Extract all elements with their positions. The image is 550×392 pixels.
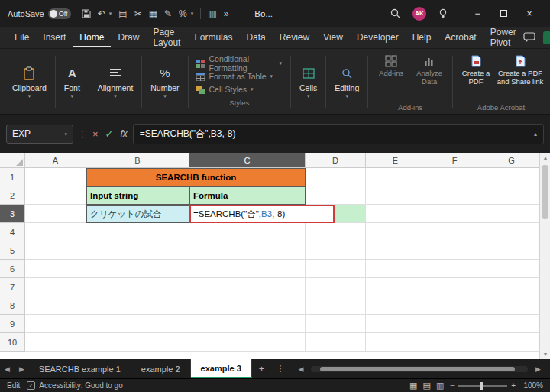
hscroll-left-icon[interactable]: ◀ xyxy=(293,365,308,373)
cell[interactable] xyxy=(189,296,306,315)
addins-button[interactable]: Add-ins xyxy=(374,53,409,78)
tab-draw[interactable]: Draw xyxy=(111,28,146,47)
row-header-5[interactable]: 5 xyxy=(0,241,25,260)
cell[interactable] xyxy=(484,205,539,223)
cell[interactable] xyxy=(425,205,484,223)
row-header-4[interactable]: 4 xyxy=(0,223,25,241)
cell[interactable] xyxy=(306,278,366,296)
enter-entry-button[interactable]: ✓ xyxy=(105,128,114,140)
autosave-toggle[interactable]: Off xyxy=(48,8,71,19)
tab-home[interactable]: Home xyxy=(73,28,111,47)
cell[interactable] xyxy=(189,278,306,296)
create-pdf-share-button[interactable]: Create a PDF and Share link xyxy=(497,53,544,86)
cell[interactable] xyxy=(189,241,306,260)
zoom-knob[interactable] xyxy=(480,382,483,390)
row-header-6[interactable]: 6 xyxy=(0,260,25,278)
row-header-8[interactable]: 8 xyxy=(0,296,25,315)
format-painter-icon[interactable]: ✎ xyxy=(164,8,172,19)
overflow-icon[interactable]: » xyxy=(224,8,229,19)
cell[interactable] xyxy=(189,223,306,241)
tab-page-layout[interactable]: Page Layout xyxy=(146,22,187,53)
column-header-f[interactable]: F xyxy=(425,153,484,168)
tab-formulas[interactable]: Formulas xyxy=(187,28,239,47)
hscroll-track[interactable] xyxy=(311,366,528,372)
tab-developer[interactable]: Developer xyxy=(350,28,406,47)
cell[interactable] xyxy=(25,315,86,333)
vertical-scrollbar[interactable]: ▲ ▼ xyxy=(539,153,550,359)
zoom-track[interactable] xyxy=(458,385,507,387)
save-icon[interactable] xyxy=(82,9,91,18)
name-box-resizer[interactable]: ⋮ xyxy=(79,130,87,138)
sheet-options-icon[interactable]: ⋮ xyxy=(271,364,289,374)
vertical-scroll-thumb[interactable] xyxy=(542,165,548,219)
cell[interactable] xyxy=(189,260,306,278)
zoom-out-button[interactable]: − xyxy=(450,381,455,390)
undo-icon[interactable]: ↶ xyxy=(98,8,105,19)
cell[interactable] xyxy=(189,315,306,333)
new-sheet-button[interactable]: + xyxy=(252,363,272,374)
share-button[interactable] xyxy=(543,31,550,44)
cell-c2-formula-header[interactable]: Formula xyxy=(189,186,306,205)
cell[interactable] xyxy=(484,315,539,333)
zoom-in-button[interactable]: + xyxy=(511,381,516,390)
cell[interactable] xyxy=(366,205,425,223)
cell[interactable] xyxy=(484,223,539,241)
cell[interactable] xyxy=(306,260,366,278)
collapse-formula-bar-icon[interactable]: ▴ xyxy=(534,131,537,138)
cell[interactable] xyxy=(25,241,86,260)
cell[interactable] xyxy=(425,315,484,333)
cut-icon[interactable]: ✂ xyxy=(134,8,142,19)
cell[interactable] xyxy=(425,333,484,352)
column-header-b[interactable]: B xyxy=(86,153,189,168)
cell[interactable] xyxy=(366,223,425,241)
row-header-3[interactable]: 3 xyxy=(0,205,25,223)
cell[interactable] xyxy=(366,278,425,296)
cell[interactable] xyxy=(25,205,86,223)
sheet-tab-example-2[interactable]: example 2 xyxy=(131,359,191,378)
cell[interactable] xyxy=(425,186,484,205)
tab-data[interactable]: Data xyxy=(239,28,272,47)
cell[interactable] xyxy=(425,223,484,241)
cell[interactable] xyxy=(86,333,189,352)
scroll-up-icon[interactable]: ▲ xyxy=(540,153,550,163)
formula-input[interactable]: =SEARCHB("合",B3,-8) ▴ xyxy=(133,124,544,144)
row-header-1[interactable]: 1 xyxy=(0,168,25,186)
cell[interactable] xyxy=(189,333,306,352)
tab-file[interactable]: File xyxy=(8,28,36,47)
cell[interactable] xyxy=(306,168,366,186)
tab-help[interactable]: Help xyxy=(406,28,438,47)
column-header-c[interactable]: C xyxy=(189,153,306,168)
sheet-scroll-left-icon[interactable]: ◀ xyxy=(0,365,15,373)
cell[interactable] xyxy=(306,223,366,241)
cell[interactable] xyxy=(425,260,484,278)
column-header-e[interactable]: E xyxy=(366,153,425,168)
scroll-down-icon[interactable]: ▼ xyxy=(540,349,550,359)
cell[interactable] xyxy=(86,241,189,260)
column-header-d[interactable]: D xyxy=(306,153,366,168)
zoom-level[interactable]: 100% xyxy=(522,381,543,390)
cell[interactable] xyxy=(306,315,366,333)
editing-group-button[interactable]: Editing ▾ xyxy=(328,51,365,112)
number-group-button[interactable]: % Number ▾ xyxy=(144,51,185,112)
cell[interactable] xyxy=(25,186,86,205)
account-avatar[interactable]: AK xyxy=(412,7,426,21)
insert-function-button[interactable]: fx xyxy=(121,128,128,139)
cell[interactable] xyxy=(25,168,86,186)
cell[interactable] xyxy=(86,296,189,315)
chart-icon[interactable]: ▦ xyxy=(149,8,157,19)
cell-b2-input-header[interactable]: Input string xyxy=(86,186,189,205)
create-pdf-button[interactable]: Create a PDF xyxy=(458,53,493,86)
lightbulb-icon[interactable] xyxy=(438,8,448,18)
cell-b3-input-string[interactable]: クリケットの試合 xyxy=(86,205,189,223)
cell[interactable] xyxy=(366,315,425,333)
page-break-view-icon[interactable]: ▥ xyxy=(436,381,444,390)
cell[interactable] xyxy=(306,333,366,352)
page-layout-view-icon[interactable]: ▤ xyxy=(423,381,431,390)
cell[interactable] xyxy=(484,241,539,260)
cell[interactable] xyxy=(366,333,425,352)
clipboard-group-button[interactable]: Clipboard ▾ xyxy=(6,51,53,112)
row-header-9[interactable]: 9 xyxy=(0,315,25,333)
cell-b1-title[interactable]: SEARCHB function xyxy=(86,168,306,186)
qat-dropdown-icon[interactable]: ▾ xyxy=(191,11,194,17)
cell[interactable] xyxy=(306,296,366,315)
